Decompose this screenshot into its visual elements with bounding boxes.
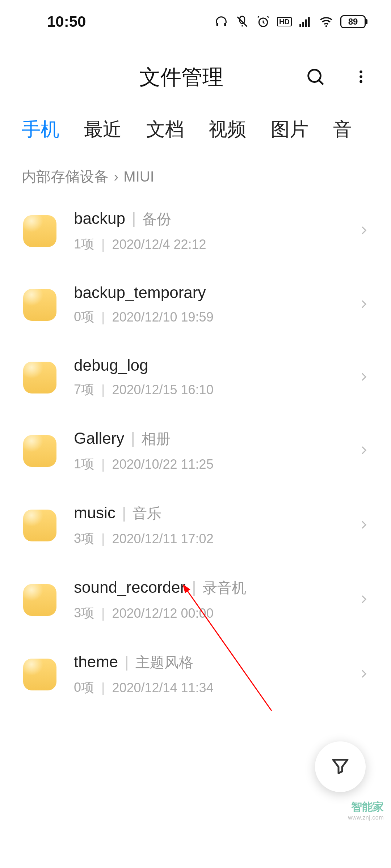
folder-row[interactable]: backup |备份 1项 | 2020/12/4 22:12 bbox=[14, 194, 377, 268]
separator: | bbox=[122, 504, 126, 522]
svg-point-10 bbox=[360, 75, 362, 78]
folder-item-count: 3项 bbox=[74, 530, 94, 548]
separator: | bbox=[101, 531, 105, 546]
folder-alias: 备份 bbox=[142, 209, 171, 229]
folder-date: 2020/12/15 16:10 bbox=[112, 382, 213, 397]
folder-alias: 音乐 bbox=[133, 503, 161, 523]
svg-line-0 bbox=[237, 17, 247, 27]
tab-5[interactable]: 音 bbox=[333, 117, 352, 142]
separator: | bbox=[101, 310, 105, 325]
svg-line-8 bbox=[319, 80, 323, 85]
status-indicators: HD 89 bbox=[214, 14, 366, 29]
folder-date: 2020/12/11 17:02 bbox=[112, 531, 213, 546]
svg-rect-15 bbox=[23, 289, 56, 321]
status-bar: 10:50 HD 89 bbox=[0, 0, 391, 43]
battery-indicator: 89 bbox=[340, 15, 366, 28]
folder-row[interactable]: sound_recorder |录音机 3项 | 2020/12/12 00:0… bbox=[14, 563, 377, 637]
svg-rect-21 bbox=[23, 510, 56, 541]
folder-info: sound_recorder |录音机 3项 | 2020/12/12 00:0… bbox=[74, 578, 351, 622]
hd-icon: HD bbox=[277, 17, 292, 26]
folder-info: Gallery |相册 1项 | 2020/10/22 11:25 bbox=[74, 429, 351, 473]
folder-item-count: 3项 bbox=[74, 604, 94, 622]
folder-date: 2020/12/14 11:34 bbox=[112, 680, 213, 695]
svg-point-7 bbox=[308, 70, 321, 82]
folder-info: debug_log 7项 | 2020/12/15 16:10 bbox=[74, 356, 351, 399]
svg-rect-23 bbox=[23, 584, 56, 616]
svg-rect-19 bbox=[23, 435, 56, 467]
folder-date: 2020/10/22 11:25 bbox=[112, 457, 213, 472]
page-title: 文件管理 bbox=[58, 63, 305, 92]
chevron-right-icon bbox=[358, 369, 369, 386]
tab-4[interactable]: 图片 bbox=[271, 117, 308, 142]
folder-icon bbox=[22, 433, 58, 469]
chevron-right-icon: › bbox=[114, 169, 118, 185]
tab-2[interactable]: 文档 bbox=[146, 117, 184, 142]
folder-item-count: 0项 bbox=[74, 679, 94, 697]
folder-date: 2020/12/10 19:59 bbox=[112, 310, 213, 325]
svg-point-6 bbox=[325, 25, 327, 27]
more-icon[interactable] bbox=[353, 68, 369, 86]
wifi-icon bbox=[319, 14, 334, 29]
folder-list: backup |备份 1项 | 2020/12/4 22:12 bbox=[0, 194, 391, 712]
breadcrumb-root[interactable]: 内部存储设备 bbox=[22, 167, 109, 187]
folder-date: 2020/12/4 22:12 bbox=[112, 237, 206, 252]
separator: | bbox=[131, 429, 135, 447]
chevron-right-icon bbox=[358, 296, 369, 314]
watermark-url: www.znj.com bbox=[348, 814, 384, 821]
folder-name: sound_recorder bbox=[74, 578, 185, 596]
folder-name: backup_temporary bbox=[74, 284, 206, 302]
chevron-right-icon bbox=[358, 442, 369, 460]
tab-1[interactable]: 最近 bbox=[84, 117, 122, 142]
headphones-icon bbox=[214, 14, 228, 29]
separator: | bbox=[101, 382, 105, 397]
folder-icon bbox=[22, 656, 58, 693]
svg-point-9 bbox=[360, 71, 362, 73]
app-header: 文件管理 bbox=[0, 43, 391, 102]
folder-item-count: 7项 bbox=[74, 381, 94, 399]
svg-rect-3 bbox=[302, 22, 304, 27]
breadcrumb[interactable]: 内部存储设备 › MIUI bbox=[0, 153, 391, 194]
folder-name: Gallery bbox=[74, 429, 124, 447]
search-icon[interactable] bbox=[305, 66, 326, 89]
folder-icon bbox=[22, 582, 58, 618]
svg-rect-13 bbox=[23, 215, 56, 247]
svg-rect-4 bbox=[305, 20, 307, 27]
watermark-text: 智能家 bbox=[348, 800, 384, 814]
svg-rect-25 bbox=[23, 659, 56, 690]
folder-row[interactable]: Gallery |相册 1项 | 2020/10/22 11:25 bbox=[14, 414, 377, 488]
svg-rect-2 bbox=[299, 24, 301, 27]
folder-item-count: 1项 bbox=[74, 235, 94, 253]
folder-name: backup bbox=[74, 209, 125, 227]
svg-rect-5 bbox=[308, 17, 310, 27]
folder-name: music bbox=[74, 504, 115, 522]
folder-date: 2020/12/12 00:00 bbox=[112, 606, 213, 621]
separator: | bbox=[101, 457, 105, 472]
folder-info: backup_temporary 0项 | 2020/12/10 19:59 bbox=[74, 284, 351, 326]
battery-level: 89 bbox=[348, 17, 358, 27]
chevron-right-icon bbox=[358, 222, 369, 240]
separator: | bbox=[192, 578, 196, 596]
folder-info: music |音乐 3项 | 2020/12/11 17:02 bbox=[74, 503, 351, 548]
folder-row[interactable]: debug_log 7项 | 2020/12/15 16:10 bbox=[14, 341, 377, 414]
watermark: 智能家 www.znj.com bbox=[348, 800, 384, 821]
svg-rect-17 bbox=[23, 362, 56, 393]
filter-button[interactable] bbox=[315, 741, 366, 792]
folder-row[interactable]: backup_temporary 0项 | 2020/12/10 19:59 bbox=[14, 268, 377, 341]
folder-name: theme bbox=[74, 653, 118, 671]
alarm-icon bbox=[256, 14, 270, 29]
folder-alias: 相册 bbox=[142, 429, 171, 449]
tab-3[interactable]: 视频 bbox=[209, 117, 246, 142]
folder-row[interactable]: music |音乐 3项 | 2020/12/11 17:02 bbox=[14, 488, 377, 563]
svg-point-11 bbox=[360, 80, 362, 83]
filter-icon bbox=[329, 755, 351, 778]
separator: | bbox=[101, 606, 105, 621]
folder-alias: 录音机 bbox=[203, 578, 246, 598]
folder-icon bbox=[22, 213, 58, 249]
chevron-right-icon bbox=[358, 517, 369, 534]
tab-0[interactable]: 手机 bbox=[22, 117, 59, 142]
separator: | bbox=[125, 653, 129, 671]
folder-item-count: 1项 bbox=[74, 455, 94, 473]
chevron-right-icon bbox=[358, 591, 369, 609]
signal-icon bbox=[298, 15, 312, 29]
folder-row[interactable]: theme |主题风格 0项 | 2020/12/14 11:34 bbox=[14, 637, 377, 712]
